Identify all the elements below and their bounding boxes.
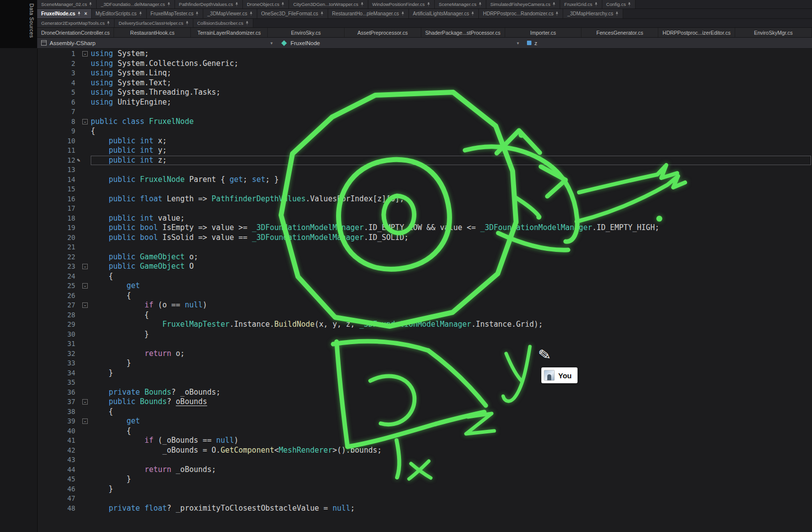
code-line[interactable]: 6using UnityEngine; [37,98,812,108]
pin-icon[interactable] [281,2,285,7]
tab-droneobject-cs[interactable]: DroneObject.cs [243,0,289,8]
code-line[interactable]: 5using System.Threading.Tasks; [37,88,812,98]
code-line[interactable]: 39- get [37,416,812,426]
code-line[interactable]: 37- public Bounds? oBounds [37,397,812,407]
pin-icon[interactable] [360,2,364,7]
code-line[interactable]: 25- get [37,281,812,291]
code-line[interactable]: 34 } [37,368,812,378]
pin-icon[interactable] [107,21,110,26]
code-line[interactable]: 9{ [37,126,812,136]
project-dropdown[interactable]: Assembly-CSharp ▾ [37,38,277,48]
code-line[interactable]: 29 FruxelMapTester.Instance.BuildNode(x,… [37,320,812,330]
code-line[interactable]: 15 [37,184,812,194]
pin-icon[interactable] [167,2,171,7]
code-line[interactable]: 48 private float? _proximityToClosestObs… [37,504,812,514]
code-line[interactable]: 20 public bool IsSolid => value == _3DFo… [37,233,812,243]
code-line[interactable]: 43 [37,455,812,465]
data-sources-tab[interactable]: Data Sources [28,2,36,40]
code-line[interactable]: 19 public bool IsEmpty => value >= _3DFo… [37,223,812,233]
pin-icon[interactable] [471,11,474,16]
tab--3dmaphierarchy-cs[interactable]: _3DMapHierarchy.cs [563,9,623,18]
code-line[interactable]: 21 [37,242,812,252]
code-line[interactable]: 16 public float Length => PathfinderDept… [37,194,812,204]
type-dropdown[interactable]: FruxelNode ▾ [277,38,523,48]
pin-icon[interactable] [594,2,598,7]
tab-importer-cs[interactable]: Importer.cs [505,28,582,37]
code-line[interactable]: 35 [37,378,812,388]
pin-icon[interactable] [555,11,559,16]
tab-hdrppostproc-izereditor-cs[interactable]: HDRPPostproc...izerEditor.cs [658,28,735,37]
code-line[interactable]: 47 [37,494,812,504]
tab-fencesgenerator-cs[interactable]: FencesGenerator.cs [581,28,658,37]
fold-marker[interactable]: - [82,302,88,308]
pin-icon[interactable] [478,2,482,7]
code-line[interactable]: 24 { [37,272,812,282]
fold-marker[interactable]: - [82,264,88,269]
tab-collisionsubscriber-cs[interactable]: CollisionSubscriber.cs [193,19,253,27]
code-line[interactable]: 31 [37,339,812,349]
tab-terrainlayerrandomizer-cs[interactable]: TerrainLayerRandomizer.cs [191,28,268,37]
tab-restaurantho-plemanager-cs[interactable]: RestaurantHo...pleManager.cs [328,9,409,18]
tab-generator2exportmaptools-cs[interactable]: Generator2ExportMapTools.cs [37,19,115,27]
code-line[interactable]: 14 public FruxelNode Parent { get; set; … [37,175,812,185]
code-line[interactable]: 32 return o; [37,349,812,359]
code-line[interactable]: 44 return _oBounds; [37,465,812,475]
pin-icon[interactable] [249,11,253,16]
code-line[interactable]: 13 [37,165,812,175]
pin-icon[interactable] [77,11,81,16]
code-line[interactable]: 28 { [37,310,812,320]
code-line[interactable]: 22 public GameObject o; [37,252,812,262]
tab-artificiallightsmanager-cs[interactable]: ArtificialLightsManager.cs [409,9,479,18]
member-dropdown[interactable]: z [523,38,541,48]
pin-icon[interactable] [320,11,324,16]
code-editor[interactable]: 1-using System;2using System.Collections… [37,48,812,532]
code-line[interactable]: 38 { [37,407,812,417]
code-line[interactable]: 2using System.Collections.Generic; [37,59,812,69]
code-line[interactable]: 12 public int z;✎ [37,156,812,166]
tab-scenemanager-cs[interactable]: SceneManager.cs [435,0,486,8]
code-line[interactable]: 36 private Bounds? _oBounds; [37,388,812,398]
tab-envirosky-cs[interactable]: EnviroSky.cs [268,28,345,37]
close-icon[interactable]: × [84,11,87,16]
code-line[interactable]: 26 { [37,291,812,301]
tab--3dmapviewer-cs[interactable]: _3DMapViewer.cs [203,9,257,18]
fold-marker[interactable]: - [82,51,88,57]
code-line[interactable]: 41 if (_oBounds == null) [37,436,812,446]
tab-assetpreprocessor-cs[interactable]: AssetPreprocessor.cs [345,28,421,37]
code-line[interactable]: 1-using System; [37,49,812,59]
tab-scenemanager-02-cs[interactable]: SceneManager_02.cs [37,0,97,8]
code-line[interactable]: 10 public int x; [37,136,812,146]
tab-fruxelnode-cs[interactable]: FruxelNode.cs× [37,9,92,18]
code-line[interactable]: 8-public class FruxelNode [37,117,812,127]
pin-icon[interactable] [245,21,249,26]
pin-icon[interactable] [185,21,189,26]
code-line[interactable]: 46 } [37,484,812,494]
pin-icon[interactable] [139,11,142,16]
tab-restauranthook-cs[interactable]: RestaurantHook.cs [114,28,191,37]
pin-icon[interactable] [628,2,631,7]
tab-fruxelmaptester-cs[interactable]: FruxelMapTester.cs [147,9,204,18]
code-line[interactable]: 11 public int y; [37,146,812,156]
tab-config-cs[interactable]: Config.cs [602,0,636,8]
fold-marker[interactable]: - [82,399,88,405]
code-line[interactable]: 3using System.Linq; [37,68,812,78]
code-line[interactable]: 23- public GameObject O [37,262,812,272]
fold-marker[interactable]: - [82,119,88,124]
pin-icon[interactable] [552,2,556,7]
tab--3dfoundatio-delmanager-cs[interactable]: _3DFoundatio...delManager.cs [97,0,174,8]
code-line[interactable]: 30 } [37,330,812,340]
fold-marker[interactable]: - [82,418,88,424]
code-line[interactable]: 42 _oBounds = O.GetComponent<MeshRendere… [37,446,812,456]
fold-marker[interactable]: - [82,283,88,289]
code-line[interactable]: 45 } [37,474,812,484]
tab-deliverysurfaceclasshelper-cs[interactable]: DeliverySurfaceClassHelper.cs [115,19,193,27]
tab-droneorientationcontroller-cs[interactable]: DroneOrientationController.cs [37,28,114,37]
code-line[interactable]: 33 } [37,358,812,368]
pin-icon[interactable] [427,2,430,7]
tab-fruxelgrid-cs[interactable]: FruxelGrid.cs [560,0,602,8]
tab-simulatedfisheyecamera-cs[interactable]: SimulatedFisheyeCamera.cs [486,0,560,8]
code-line[interactable]: 7 [37,107,812,117]
code-line[interactable]: 27- if (o == null) [37,300,812,310]
code-line[interactable]: 18 public int value; [37,214,812,224]
code-line[interactable]: 40 { [37,426,812,436]
